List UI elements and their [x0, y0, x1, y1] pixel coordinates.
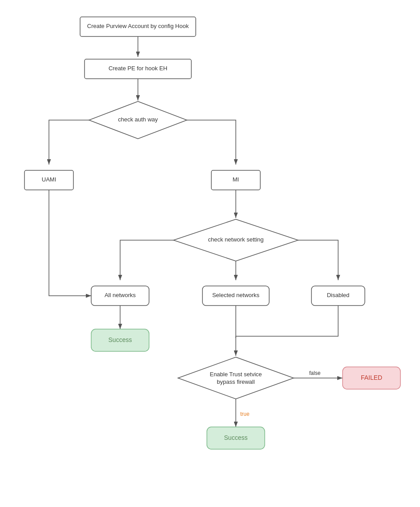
disabled-label: Disabled [327, 292, 350, 298]
selectednetworks-label: Selected networks [212, 292, 260, 298]
createpe-label: Create PE for hook EH [109, 65, 167, 72]
success2-label: Success [224, 434, 248, 441]
arrow-checkauth-uami [49, 120, 89, 165]
mi-label: MI [233, 176, 239, 183]
flowchart-svg: Create Purview Account by config Hook Cr… [0, 0, 420, 507]
arrow-checkauth-mi [187, 120, 236, 165]
uami-label: UAMI [42, 176, 57, 183]
enabletrust-node [178, 357, 294, 399]
failed-label: FAILED [361, 374, 382, 381]
enabletrust-label1: Enable Trust setvice [210, 371, 262, 378]
arrow-checknetwork-allnetworks [120, 240, 174, 280]
checkauth-label: check auth way [118, 116, 158, 123]
enabletrust-label2: bypass firewall [217, 378, 254, 385]
arrow-checknetwork-disabled [298, 240, 338, 280]
flowchart-canvas: Create Purview Account by config Hook Cr… [0, 0, 420, 507]
purview-label: Create Purview Account by config Hook [87, 23, 189, 29]
label-false: false [309, 370, 321, 376]
allnetworks-label: All networks [105, 292, 136, 298]
arrow-disabled-mergepoint [236, 306, 338, 336]
checknetwork-label: check network setting [208, 236, 263, 243]
success1-label: Success [109, 336, 132, 343]
arrow-uami-allnetworks [49, 190, 91, 296]
label-true: true [240, 411, 250, 417]
